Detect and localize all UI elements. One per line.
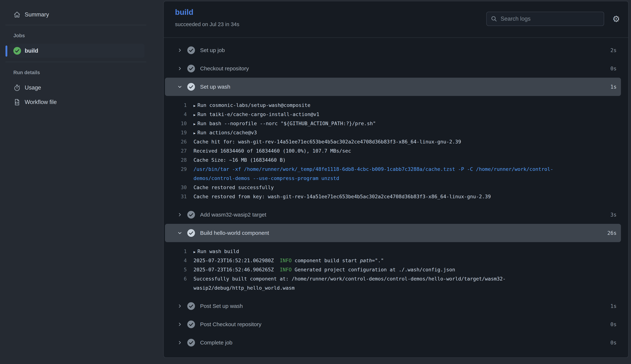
step-row-build-hello-world-component[interactable]: Build hello-world component26s: [165, 224, 621, 242]
step-row-complete-job[interactable]: Complete job0s: [164, 334, 628, 352]
log-line: 30Cache restored successfully: [164, 183, 628, 192]
check-circle-icon: [187, 65, 195, 72]
log-line-text: Cache Size: ~16 MB (16834460 B): [193, 157, 286, 163]
workflow-run-page: Summary Jobs build Run details Usage: [0, 0, 631, 364]
log-line-text: /usr/bin/tar -xf /home/runner/work/_temp…: [193, 166, 553, 172]
step-row-checkout-repository[interactable]: Checkout repository0s: [164, 60, 628, 78]
log-line: demos/control-demos --use-compress-progr…: [164, 174, 628, 183]
log-block: 1▶Run cosmonic-labs/setup-wash@composite…: [164, 96, 628, 206]
step-row-post-set-up-wash[interactable]: Post Set up wash1s: [164, 297, 628, 315]
sidebar-jobs-header: Jobs: [13, 33, 25, 38]
log-line-text: Cache restored from key: wash-git-rev-14…: [193, 194, 491, 199]
step-duration: 26s: [607, 230, 616, 236]
check-circle-icon: [187, 211, 195, 218]
steps-list: Set up job2sCheckout repository0sSet up …: [164, 38, 628, 352]
step-title: Set up wash: [200, 84, 230, 90]
log-line: 19▶Run actions/cache@v3: [164, 128, 628, 137]
log-text-segment: path: [360, 258, 372, 263]
chevron-down-icon: [177, 84, 182, 89]
sidebar-divider: [6, 62, 146, 62]
step-duration: 0s: [610, 66, 616, 72]
log-text-segment: demos/control-demos --use-compress-progr…: [193, 176, 339, 181]
step-title: Post Set up wash: [200, 303, 243, 309]
step-row-add-wasm32-wasip2-target[interactable]: Add wasm32-wasip2 target3s: [164, 206, 628, 224]
log-line-text: ▶Run actions/cache@v3: [193, 130, 257, 136]
log-line: 1▶Run wash build: [164, 247, 628, 256]
job-title-link[interactable]: build: [175, 8, 193, 17]
log-group-triangle-icon: ▶: [193, 122, 195, 126]
step-title: Complete job: [200, 340, 232, 346]
sidebar-item-summary[interactable]: Summary: [13, 10, 49, 20]
log-line-number[interactable]: 4: [164, 112, 187, 117]
log-line-number[interactable]: 19: [164, 130, 187, 136]
gear-icon: ⚙: [612, 14, 620, 24]
log-line-number[interactable]: 1: [164, 248, 187, 254]
log-text-segment: Cache restored successfully: [193, 184, 274, 190]
log-line-number[interactable]: 5: [164, 267, 187, 272]
log-text-segment: Generated project configuration at ./.wa…: [291, 267, 455, 272]
sidebar-item-workflow-file[interactable]: Workflow file: [13, 97, 57, 107]
log-line: 52025-07-23T16:52:46.906265Z INFO Genera…: [164, 265, 628, 274]
log-text-segment: Run actions/cache@v3: [197, 130, 257, 136]
search-logs-input[interactable]: [500, 15, 600, 22]
log-line-number[interactable]: 6: [164, 276, 187, 282]
log-line-number[interactable]: 28: [164, 157, 187, 163]
log-line-number[interactable]: 27: [164, 148, 187, 154]
log-line: 42025-07-23T16:52:21.062980Z INFO compon…: [164, 256, 628, 265]
file-code-icon: [13, 98, 21, 106]
log-settings-button[interactable]: ⚙: [609, 10, 623, 27]
log-text-segment: 2025-07-23T16:52:46.906265Z: [193, 267, 280, 272]
log-line-text: ▶Run taiki-e/cache-cargo-install-action@…: [193, 112, 319, 117]
sidebar-summary-label: Summary: [25, 11, 49, 18]
sidebar: Summary Jobs build Run details Usage: [0, 0, 163, 364]
chevron-right-icon: [177, 66, 182, 71]
log-line-text: Cache hit for: wash-git-rev-14a51ee71ec6…: [193, 139, 461, 144]
sidebar-divider: [6, 25, 146, 25]
log-line: 28Cache Size: ~16 MB (16834460 B): [164, 155, 628, 164]
log-text-segment: =".": [372, 258, 384, 263]
log-group-triangle-icon: ▶: [193, 104, 195, 108]
log-line-text: Cache restored successfully: [193, 184, 274, 190]
step-row-set-up-job[interactable]: Set up job2s: [164, 41, 628, 60]
log-text-segment: Successfully built component at: /home/r…: [193, 276, 506, 282]
step-title: Add wasm32-wasip2 target: [200, 212, 266, 218]
check-circle-icon: [187, 302, 195, 310]
log-text-segment: Run wash build: [197, 248, 239, 254]
step-title: Checkout repository: [200, 66, 249, 72]
job-header: build succeeded on Jul 23 in 34s ⚙: [164, 1, 628, 38]
log-line-text: demos/control-demos --use-compress-progr…: [193, 176, 339, 181]
chevron-right-icon: [177, 212, 182, 217]
log-line-number[interactable]: 29: [164, 166, 187, 172]
step-title: Build hello-world component: [200, 230, 269, 236]
selected-job-accent-bar: [6, 46, 7, 57]
log-line-number[interactable]: 26: [164, 139, 187, 144]
log-line-number[interactable]: 30: [164, 184, 187, 190]
log-line-number[interactable]: 4: [164, 258, 187, 263]
log-line-number[interactable]: 1: [164, 102, 187, 108]
log-line-text: 2025-07-23T16:52:21.062980Z INFO compone…: [193, 258, 384, 263]
check-circle-icon: [187, 229, 195, 237]
step-row-set-up-wash[interactable]: Set up wash1s: [165, 78, 621, 96]
log-line-number[interactable]: 10: [164, 120, 187, 126]
log-line: 10▶Run bash --noprofile --norc "${GITHUB…: [164, 119, 628, 128]
step-duration: 2s: [610, 47, 616, 53]
log-line-text: ▶Run bash --noprofile --norc "${GITHUB_A…: [193, 120, 376, 126]
step-title: Set up job: [200, 47, 225, 53]
success-check-circle-icon: [13, 47, 21, 55]
log-line-number[interactable]: 31: [164, 194, 187, 199]
job-log-panel: build succeeded on Jul 23 in 34s ⚙ Set u…: [163, 1, 628, 358]
step-title: Post Checkout repository: [200, 321, 261, 328]
chevron-right-icon: [177, 48, 182, 53]
sidebar-item-job-build[interactable]: build: [9, 44, 145, 58]
sidebar-usage-label: Usage: [25, 84, 41, 91]
chevron-down-icon: [177, 230, 182, 235]
step-row-post-checkout-repository[interactable]: Post Checkout repository0s: [164, 315, 628, 334]
sidebar-workflow-file-label: Workflow file: [25, 99, 57, 106]
log-line-text: ▶Run wash build: [193, 248, 239, 254]
log-text-segment: /usr/bin/tar -xf /home/runner/work/_temp…: [193, 166, 553, 172]
check-circle-icon: [187, 339, 195, 346]
log-text-segment: Run bash --noprofile --norc "${GITHUB_AC…: [197, 120, 376, 126]
sidebar-item-usage[interactable]: Usage: [13, 82, 41, 93]
home-icon: [13, 11, 21, 18]
log-line-text: ▶Run cosmonic-labs/setup-wash@composite: [193, 102, 310, 108]
